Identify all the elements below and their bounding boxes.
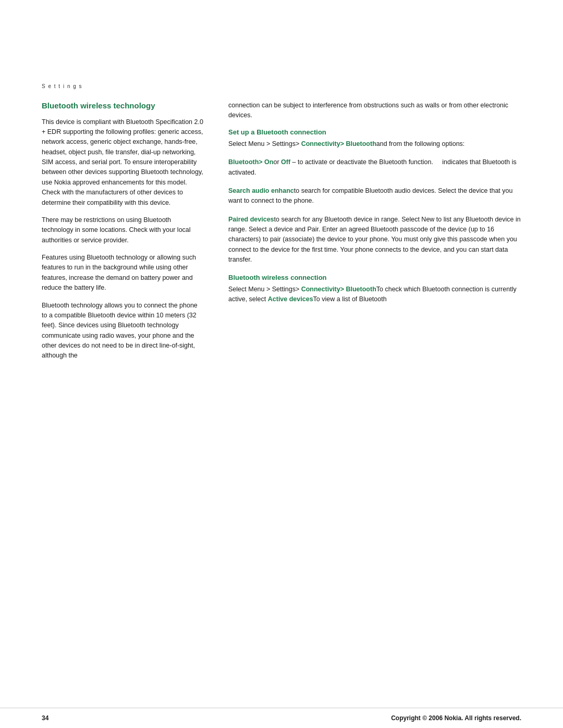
page-container: S e t t i n g s Bluetooth wireless techn… xyxy=(0,0,563,728)
search-audio-label: Search audio enhanc xyxy=(228,187,294,194)
page-footer: 34 Copyright © 2006 Nokia. All rights re… xyxy=(0,708,563,728)
bluetooth-on-off-text: Bluetooth> Onor Off – to activate or dea… xyxy=(228,157,521,178)
bluetooth-on-off-block: Bluetooth> Onor Off – to activate or dea… xyxy=(228,157,521,178)
left-column: Bluetooth wireless technology This devic… xyxy=(42,101,203,666)
right-intro: connection can be subject to interferenc… xyxy=(228,101,521,121)
setup-intro: Select Menu > Settings> Connectivity> Bl… xyxy=(228,139,521,149)
wireless-connection-title: Bluetooth wireless connection xyxy=(228,274,521,281)
wireless-connection-subsection: Bluetooth wireless connection Select Men… xyxy=(228,274,521,305)
left-para-2: There may be restrictions on using Bluet… xyxy=(42,215,203,245)
setup-subsection: Set up a Bluetooth connection Select Men… xyxy=(228,128,521,149)
two-column-layout: Bluetooth wireless technology This devic… xyxy=(42,101,521,666)
page-number: 34 xyxy=(42,714,48,722)
bluetooth-on-label: Bluetooth> On xyxy=(228,158,273,166)
right-column: connection can be subject to interferenc… xyxy=(228,101,521,666)
wireless-green-connectivity: Connectivity> Bluetooth xyxy=(301,286,376,293)
setup-title: Set up a Bluetooth connection xyxy=(228,128,521,136)
setup-green-connectivity: Connectivity> Bluetooth xyxy=(301,140,376,147)
left-para-1: This device is compliant with Bluetooth … xyxy=(42,117,203,208)
active-devices-label: Active devices xyxy=(268,295,313,303)
paired-devices-label: Paired devices xyxy=(228,216,274,223)
settings-label: S e t t i n g s xyxy=(42,83,521,89)
paired-devices-text: Paired devicesto search for any Bluetoot… xyxy=(228,215,521,265)
bluetooth-off-label: Off xyxy=(281,158,290,166)
paired-devices-block: Paired devicesto search for any Bluetoot… xyxy=(228,215,521,265)
content-area: S e t t i n g s Bluetooth wireless techn… xyxy=(0,0,563,708)
left-para-3: Features using Bluetooth technology or a… xyxy=(42,253,203,293)
copyright-text: Copyright © 2006 Nokia. All rights reser… xyxy=(391,714,521,722)
left-para-4: Bluetooth technology allows you to conne… xyxy=(42,301,203,361)
search-audio-text: Search audio enhancto search for compati… xyxy=(228,186,521,206)
section-title: Bluetooth wireless technology xyxy=(42,101,203,111)
search-audio-block: Search audio enhancto search for compati… xyxy=(228,186,521,206)
wireless-connection-text: Select Menu > Settings> Connectivity> Bl… xyxy=(228,285,521,305)
